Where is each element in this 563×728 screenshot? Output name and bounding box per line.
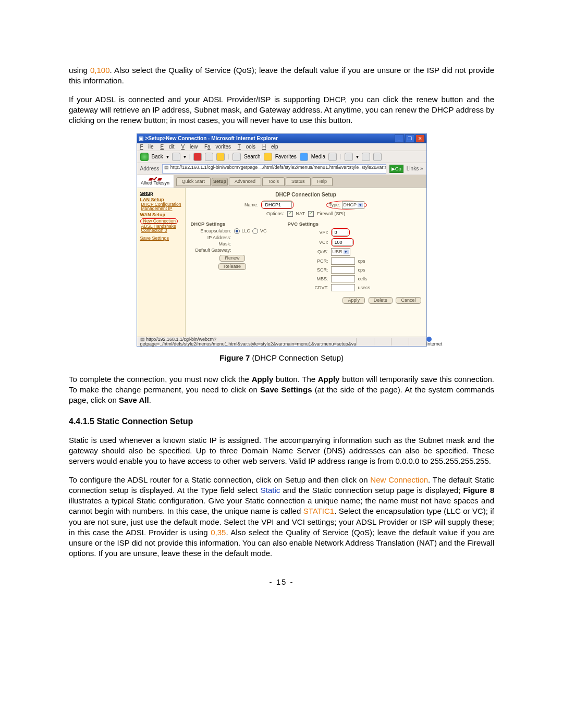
mbs-label: MBS: xyxy=(288,277,328,281)
back-label[interactable]: Back xyxy=(152,154,163,159)
vpi-vci-0-100: 0,100 xyxy=(90,66,110,75)
menu-view[interactable]: View xyxy=(181,144,198,150)
brand-logo: ▰✔▰ Allied Telesyn xyxy=(137,175,174,188)
vpi-input[interactable] xyxy=(333,229,348,236)
scr-input[interactable] xyxy=(331,266,355,274)
paragraph-2: If your ADSL is connected and your ADSL … xyxy=(69,94,494,126)
tab-setup[interactable]: Setup xyxy=(212,178,228,186)
delete-button[interactable]: Delete xyxy=(369,297,393,304)
sidebar-connection-0[interactable]: Connection 0 xyxy=(141,228,182,233)
ie-statusbar: ▤ http://192.168.1.1/cgi-bin/webcm?getpa… xyxy=(137,337,426,346)
tab-status[interactable]: Status xyxy=(286,177,311,186)
forward-icon[interactable] xyxy=(172,153,180,161)
sidebar-management-ip[interactable]: Management IP xyxy=(141,206,182,211)
paragraph-1: using 0,100. Also select the Quality of … xyxy=(69,65,494,87)
address-value: http://192.168.1.1/cgi-bin/webcm?getpage… xyxy=(170,165,386,170)
menu-file[interactable]: File xyxy=(140,144,154,150)
qos-label: QoS: xyxy=(288,250,328,254)
home-icon[interactable] xyxy=(216,153,225,161)
firewall-label: Firewall (SPI) xyxy=(317,212,345,216)
pcr-input[interactable] xyxy=(331,257,355,265)
status-zone: Internet xyxy=(426,341,443,347)
favorites-label[interactable]: Favorites xyxy=(275,154,297,159)
scr-label: SCR: xyxy=(288,268,328,273)
screenshot-window: ▣>Setup>New Connection - Microsoft Inter… xyxy=(137,133,427,347)
window-close-button[interactable]: ✕ xyxy=(415,134,425,143)
encap-vc-label: VC xyxy=(260,229,267,233)
tabs-row: Quick Start Setup Advanced Tools Status … xyxy=(174,175,426,188)
sidebar-setup-header: Setup xyxy=(140,191,182,196)
name-input[interactable] xyxy=(263,201,292,208)
nat-checkbox[interactable]: ✓ xyxy=(287,211,293,217)
favorites-icon[interactable] xyxy=(264,153,272,161)
links-label[interactable]: Links » xyxy=(407,166,423,171)
menu-favorites[interactable]: Favorites xyxy=(204,144,231,150)
media-label[interactable]: Media xyxy=(311,154,325,159)
search-icon[interactable] xyxy=(232,153,241,161)
type-highlight: Type: DHCP▾ xyxy=(326,201,367,209)
paragraph-4: Static is used whenever a known static I… xyxy=(69,435,494,467)
menu-edit[interactable]: Edit xyxy=(160,144,174,150)
window-title: >Setup>New Connection - Microsoft Intern… xyxy=(145,136,278,141)
page-icon: ▤ xyxy=(164,165,169,170)
media-icon[interactable] xyxy=(300,153,308,161)
menu-help[interactable]: Help xyxy=(262,144,278,150)
encap-vc-radio[interactable] xyxy=(252,228,258,234)
name-label: Name: xyxy=(244,203,259,207)
go-button[interactable]: ▶ Go xyxy=(389,165,403,173)
tab-help[interactable]: Help xyxy=(312,177,333,186)
sidebar-save-settings[interactable]: Save Settings xyxy=(140,236,182,241)
back-icon[interactable] xyxy=(140,153,149,161)
edit-icon[interactable] xyxy=(373,153,382,161)
pvc-settings-header: PVC Settings xyxy=(288,221,371,227)
paragraph-3: To complete the connection, you must now… xyxy=(69,374,494,406)
section-heading: 4.4.1.5 Static Connection Setup xyxy=(69,416,494,427)
panel-title: DHCP Connection Setup xyxy=(191,191,421,198)
dhcp-settings-header: DHCP Settings xyxy=(191,221,274,227)
type-select[interactable]: DHCP▾ xyxy=(342,201,365,209)
pcr-unit: cps xyxy=(358,259,365,264)
sidebar: Setup LAN Setup DHCP Configuration Manag… xyxy=(137,188,186,337)
history-icon[interactable] xyxy=(328,153,337,161)
tab-advanced[interactable]: Advanced xyxy=(229,177,261,186)
tab-tools[interactable]: Tools xyxy=(262,177,285,186)
page-number: - 15 - xyxy=(69,577,494,587)
mbs-unit: cells xyxy=(358,277,368,281)
address-input[interactable]: ▤ http://192.168.1.1/cgi-bin/webcm?getpa… xyxy=(162,164,386,174)
apply-button[interactable]: Apply xyxy=(342,297,365,304)
options-label: Options: xyxy=(266,212,284,216)
encap-llc-radio[interactable] xyxy=(234,228,240,234)
encap-llc-label: LLC xyxy=(242,229,251,233)
release-button[interactable]: Release xyxy=(218,263,246,270)
name-highlight xyxy=(261,201,293,209)
pcr-label: PCR: xyxy=(288,259,328,264)
firewall-checkbox[interactable]: ✓ xyxy=(308,211,314,217)
menu-tools[interactable]: Tools xyxy=(238,144,255,150)
window-minimize-button[interactable]: _ xyxy=(395,134,404,143)
refresh-icon[interactable] xyxy=(205,153,213,161)
ie-icon: ▣ xyxy=(139,136,143,141)
sidebar-wan-setup[interactable]: WAN Setup xyxy=(140,213,182,217)
renew-button[interactable]: Renew xyxy=(219,255,244,262)
vci-label: VCI: xyxy=(288,240,328,245)
status-left: ▤ http://192.168.1.1/cgi-bin/webcm?getpa… xyxy=(140,337,357,347)
mbs-input[interactable] xyxy=(331,275,355,282)
cdvt-input[interactable] xyxy=(331,284,355,291)
tab-quick-start[interactable]: Quick Start xyxy=(176,177,211,186)
vci-input[interactable] xyxy=(333,239,352,246)
qos-select[interactable]: UBR▾ xyxy=(331,248,350,256)
cdvt-label: CDVT: xyxy=(288,286,328,290)
mail-icon[interactable] xyxy=(345,153,353,161)
search-label[interactable]: Search xyxy=(244,154,261,159)
window-maximize-button[interactable]: ❐ xyxy=(405,134,414,143)
address-label: Address xyxy=(140,166,160,171)
nat-label: NAT xyxy=(296,212,305,216)
gateway-label: Default Gateway: xyxy=(191,248,231,253)
vpi-label: VPI: xyxy=(288,230,328,235)
ip-label: IP Address: xyxy=(191,236,231,240)
sidebar-new-connection[interactable]: New Connection xyxy=(143,218,176,224)
stop-icon[interactable] xyxy=(193,153,202,161)
ie-toolbar: Back▾ ▾ | | Search Favorites Media | ▾ xyxy=(137,151,426,163)
cancel-button[interactable]: Cancel xyxy=(396,297,421,304)
print-icon[interactable] xyxy=(362,153,370,161)
